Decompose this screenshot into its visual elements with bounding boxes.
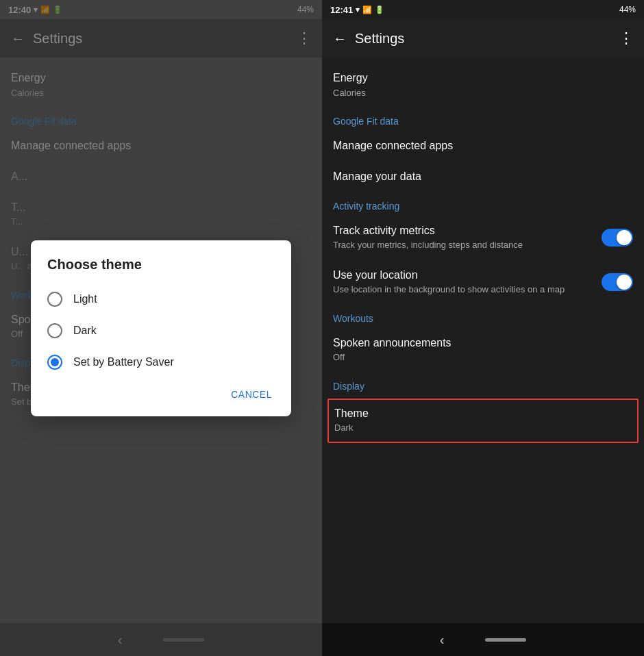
wifi-icon-right: ▾ [356,5,360,14]
track-activity-toggle[interactable] [602,229,633,247]
energy-subtitle-right: Calories [333,87,633,99]
cancel-button[interactable]: Cancel [223,383,280,405]
more-button-right[interactable]: ⋮ [619,29,633,47]
energy-title-right: Energy [333,71,633,86]
use-location-row[interactable]: Use your location Use location in the ba… [322,260,644,305]
manage-apps-item-right[interactable]: Manage connected apps [322,131,644,162]
use-location-text: Use your location Use location in the ba… [333,268,602,297]
manage-data-title-right: Manage your data [333,170,633,184]
radio-circle-dark [47,323,62,338]
modal-title: Choose theme [31,257,291,283]
workouts-header-right: Workouts [322,305,644,328]
battery-right: 44% [619,5,636,14]
radio-light[interactable]: Light [31,283,291,315]
spoken-title-right: Spoken announcements [333,336,633,351]
use-location-toggle[interactable] [602,273,633,291]
radio-inner-battery [51,358,59,366]
nav-back-right[interactable]: ‹ [440,632,445,648]
use-location-knob [617,275,632,290]
radio-label-battery: Set by Battery Saver [73,356,174,368]
app-title-right: Settings [355,31,619,47]
theme-subtitle-right: Dark [334,422,632,434]
status-bar-right: 12:41 ▾ 📶 🔋 44% [322,0,644,19]
modal-actions: Cancel [31,378,291,411]
right-panel: 12:41 ▾ 📶 🔋 44% ← Settings ⋮ Energy Calo… [322,0,644,656]
nav-home-right[interactable] [485,638,526,642]
track-activity-text: Track activity metrics Track your metric… [333,224,602,252]
nav-bar-right: ‹ [322,623,644,656]
radio-circle-battery [47,355,62,370]
back-button-right[interactable]: ← [333,31,347,47]
track-activity-knob [617,230,632,245]
theme-item-right-highlighted[interactable]: Theme Dark [327,399,639,443]
energy-item-right[interactable]: Energy Calories [322,63,644,108]
use-location-subtitle: Use location in the background to show a… [333,283,596,296]
settings-content-right: Energy Calories Google Fit data Manage c… [322,58,644,623]
left-panel: 12:40 ▾ 📶 🔋 44% ← Settings ⋮ Energy Calo… [0,0,322,656]
spoken-subtitle-right: Off [333,351,633,364]
choose-theme-dialog: Choose theme Light Dark Set by Battery S… [31,240,291,416]
manage-apps-title-right: Manage connected apps [333,139,633,153]
app-bar-right: ← Settings ⋮ [322,19,644,58]
activity-header-right: Activity tracking [322,192,644,216]
track-activity-row[interactable]: Track activity metrics Track your metric… [322,216,644,260]
google-fit-header-right: Google Fit data [322,108,644,131]
radio-label-dark: Dark [73,325,97,337]
manage-data-item-right[interactable]: Manage your data [322,162,644,192]
radio-label-light: Light [73,293,97,305]
spoken-item-right[interactable]: Spoken announcements Off [322,328,644,373]
radio-dark[interactable]: Dark [31,315,291,346]
radio-circle-light [47,292,62,307]
track-activity-subtitle: Track your metrics, including steps and … [333,239,596,251]
use-location-title: Use your location [333,268,596,283]
time-right: 12:41 [330,5,353,15]
display-header-right: Display [322,373,644,396]
modal-overlay: Choose theme Light Dark Set by Battery S… [0,0,322,656]
track-activity-title: Track activity metrics [333,224,596,238]
battery-icon-right: 🔋 [375,5,384,14]
signal-icon-right: 📶 [362,5,372,14]
theme-title-right: Theme [334,407,632,421]
radio-battery-saver[interactable]: Set by Battery Saver [31,346,291,378]
